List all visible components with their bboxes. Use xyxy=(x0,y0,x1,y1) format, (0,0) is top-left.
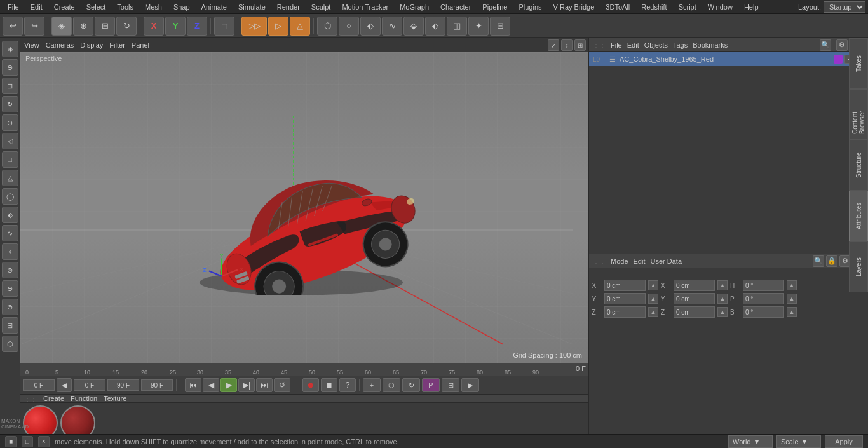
coord-p-rot-input[interactable] xyxy=(743,293,784,304)
attr-mode-menu[interactable]: Mode xyxy=(611,257,628,265)
material-create-menu[interactable]: Create xyxy=(43,395,64,402)
material-function-menu[interactable]: Function xyxy=(71,395,97,402)
sidebar-tool10[interactable]: ⊞ xyxy=(2,317,18,334)
goto-start-btn[interactable]: ⏮ xyxy=(185,378,201,392)
menu-help[interactable]: Help xyxy=(739,2,764,12)
menu-animate[interactable]: Animate xyxy=(196,2,232,12)
coord-x-size-inc[interactable]: ▲ xyxy=(717,280,728,290)
coord-z-pos-input[interactable] xyxy=(604,306,646,318)
axis-y-button[interactable]: Y xyxy=(165,17,186,36)
menu-window[interactable]: Window xyxy=(703,2,738,12)
motion-rotate-btn[interactable]: ↻ xyxy=(402,378,420,392)
select-tool-button[interactable]: ◈ xyxy=(51,17,72,36)
layout-select[interactable]: Startup xyxy=(824,1,865,13)
viewport-menu-display[interactable]: Display xyxy=(80,41,103,49)
world-dropdown[interactable]: World ▼ xyxy=(728,435,773,448)
coord-y-pos-input[interactable] xyxy=(604,293,646,304)
deformer-button[interactable]: ⬖ xyxy=(425,17,445,36)
undo-button[interactable]: ↩ xyxy=(3,17,23,36)
viewport-menu-view[interactable]: View xyxy=(24,41,39,49)
end-frame-input[interactable] xyxy=(107,379,139,391)
tab-content-browser[interactable]: Content Browser xyxy=(849,89,868,140)
menu-tools[interactable]: Tools xyxy=(112,2,139,12)
coord-y-pos-inc[interactable]: ▲ xyxy=(648,294,658,304)
material-texture-menu[interactable]: Texture xyxy=(104,395,126,402)
stop-btn[interactable]: ⏹ xyxy=(321,378,337,392)
sphere-button[interactable]: ○ xyxy=(339,17,359,36)
scale-dropdown[interactable]: Scale ▼ xyxy=(776,435,821,448)
tab-structure[interactable]: Structure xyxy=(849,140,868,191)
motion-move-btn[interactable]: + xyxy=(363,378,381,392)
step-back-btn[interactable]: ◀ xyxy=(203,378,219,392)
viewport[interactable]: X Y Z View Cameras Display Filter Panel … xyxy=(20,38,588,363)
tab-layers[interactable]: Layers xyxy=(849,241,868,292)
record-btn[interactable]: ⏺ xyxy=(302,378,319,392)
coord-h-rot-input[interactable] xyxy=(743,280,784,291)
menu-sculpt[interactable]: Sculpt xyxy=(306,2,336,12)
nurbs-button[interactable]: ⬙ xyxy=(403,17,424,36)
coord-b-rot-input[interactable] xyxy=(743,306,784,318)
menu-vray[interactable]: V-Ray Bridge xyxy=(548,2,600,12)
viewport-menu-filter[interactable]: Filter xyxy=(109,41,125,49)
menu-motion-tracker[interactable]: Motion Tracker xyxy=(337,2,393,12)
motion-param-btn[interactable]: P xyxy=(422,378,440,392)
sidebar-move[interactable]: ⊕ xyxy=(2,59,18,76)
menu-mesh[interactable]: Mesh xyxy=(140,2,167,12)
viewport-menu-cameras[interactable]: Cameras xyxy=(46,41,74,49)
apply-button[interactable]: Apply xyxy=(825,435,863,448)
menu-plugins[interactable]: Plugins xyxy=(513,2,546,12)
tab-attributes[interactable]: Attributes xyxy=(849,191,868,241)
coord-x-pos-input[interactable] xyxy=(604,280,646,291)
goto-end-btn[interactable]: ⏭ xyxy=(256,378,273,392)
menu-pipeline[interactable]: Pipeline xyxy=(477,2,512,12)
status-icon-record[interactable]: ■ xyxy=(5,436,17,447)
attr-userdata-menu[interactable]: User Data xyxy=(651,257,682,265)
timeline-ruler[interactable]: 0 5 10 15 20 25 30 35 40 45 50 55 60 65 … xyxy=(20,363,588,376)
om-settings-btn[interactable]: ⚙ xyxy=(836,39,848,51)
axis-z-button[interactable]: Z xyxy=(187,17,207,36)
step-forward-btn[interactable]: ▶| xyxy=(238,378,255,392)
status-icon-close[interactable]: × xyxy=(38,436,50,447)
sidebar-tool7[interactable]: ⌖ xyxy=(2,243,18,260)
coord-y-size-inc[interactable]: ▲ xyxy=(717,294,728,304)
play-btn[interactable]: ▶ xyxy=(220,378,237,392)
render-full-button[interactable]: △ xyxy=(290,17,310,36)
object-item-cobra[interactable]: L0 ☰ AC_Cobra_Shelby_1965_Red • • xyxy=(589,52,868,66)
sidebar-tool1[interactable]: ◁ xyxy=(2,133,18,149)
sidebar-scale[interactable]: ⊞ xyxy=(2,78,18,94)
attr-edit-menu[interactable]: Edit xyxy=(634,257,646,265)
current-frame-input[interactable] xyxy=(74,379,105,391)
menu-3dtoall[interactable]: 3DToAll xyxy=(600,2,635,12)
om-file-menu[interactable]: File xyxy=(611,41,622,49)
viewport-fullscreen-btn[interactable]: ⤢ xyxy=(548,39,559,51)
attr-search-btn[interactable]: 🔍 xyxy=(813,255,824,267)
sidebar-snap[interactable]: ⊙ xyxy=(2,114,18,131)
om-bookmarks-menu[interactable]: Bookmarks xyxy=(693,41,728,49)
menu-edit[interactable]: Edit xyxy=(25,2,48,12)
menu-create[interactable]: Create xyxy=(49,2,80,12)
obj-color-swatch[interactable] xyxy=(834,55,843,64)
coord-z-size-inc[interactable]: ▲ xyxy=(717,307,728,317)
menu-select[interactable]: Select xyxy=(81,2,111,12)
coord-b-rot-inc[interactable]: ▲ xyxy=(787,307,797,317)
loop-btn[interactable]: ↺ xyxy=(274,378,290,392)
move-tool-button[interactable]: ⊕ xyxy=(73,17,93,36)
render-active-button[interactable]: ▷ xyxy=(268,17,288,36)
axis-x-button[interactable]: X xyxy=(144,17,164,36)
object-mode-button[interactable]: ◻ xyxy=(214,17,234,36)
om-tags-menu[interactable]: Tags xyxy=(673,41,688,49)
coord-z-size-input[interactable] xyxy=(674,306,715,318)
redo-button[interactable]: ↪ xyxy=(24,17,44,36)
coord-x-size-input[interactable] xyxy=(674,280,715,291)
tab-takes[interactable]: Takes xyxy=(849,38,868,89)
menu-render[interactable]: Render xyxy=(272,2,305,12)
status-icon-window[interactable]: □ xyxy=(22,436,33,447)
coord-z-pos-inc[interactable]: ▲ xyxy=(648,307,658,317)
sidebar-tool3[interactable]: △ xyxy=(2,170,18,186)
om-objects-menu[interactable]: Objects xyxy=(644,41,668,49)
menu-redshift[interactable]: Redshift xyxy=(636,2,672,12)
menu-mograph[interactable]: MoGraph xyxy=(395,2,434,12)
spline-button[interactable]: ∿ xyxy=(382,17,402,36)
render-region-button[interactable]: ▷▷ xyxy=(241,17,267,36)
camera-button[interactable]: ◫ xyxy=(447,17,467,36)
